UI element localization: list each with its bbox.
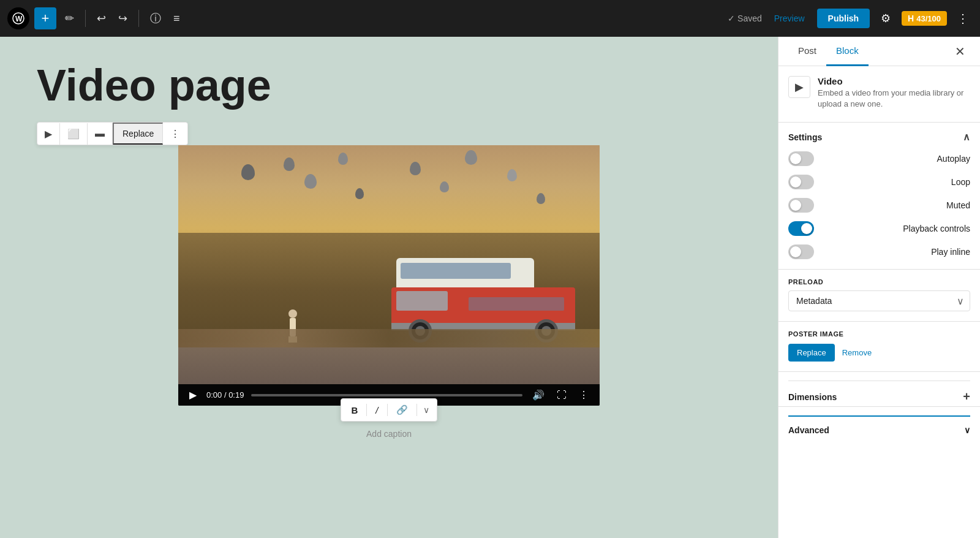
video-wrapper: ▶ 0:00 / 0:19 🔊 ⛶ ⋮ B / 🔗: [178, 145, 600, 439]
format-toolbar: B / 🔗 ∨: [341, 398, 437, 422]
settings-button[interactable]: ⚙: [876, 8, 895, 29]
settings-collapse-button[interactable]: ∧: [963, 131, 970, 143]
muted-row: Muted: [788, 198, 970, 213]
pencil-icon: ✏: [65, 12, 74, 25]
muted-knob: [790, 200, 801, 211]
balloon-10: [537, 193, 545, 204]
autoplay-toggle[interactable]: [788, 151, 814, 166]
info-button[interactable]: ⓘ: [146, 7, 165, 29]
align-none-button[interactable]: ⬜: [60, 123, 88, 145]
playback-row: Playback controls: [788, 221, 970, 236]
advanced-header[interactable]: Advanced ∨: [788, 425, 970, 435]
fmt-divider-3: [417, 404, 417, 416]
video-view-button[interactable]: ▶: [37, 123, 60, 145]
bold-button[interactable]: B: [346, 402, 363, 419]
redo-button[interactable]: ↪: [115, 8, 131, 29]
tab-block[interactable]: Block: [826, 37, 869, 66]
dimensions-label: Dimensions: [788, 392, 837, 402]
list-view-button[interactable]: ≡: [170, 9, 184, 29]
loop-knob: [790, 176, 801, 188]
more-options-button[interactable]: ⋮: [953, 7, 973, 29]
list-icon: ≡: [173, 12, 180, 25]
score-badge: H 43/100: [902, 11, 947, 26]
block-info: ▶ Video Embed a video from your media li…: [788, 76, 970, 110]
poster-buttons: Replace Remove: [788, 344, 970, 362]
undo-icon: ↩: [97, 12, 106, 25]
redo-icon: ↪: [118, 12, 127, 25]
play-inline-row: Play inline: [788, 244, 970, 259]
sidebar-divider-5: [778, 406, 980, 407]
advanced-chevron-icon: ∨: [964, 425, 970, 435]
page-title[interactable]: Video page: [37, 61, 271, 110]
loop-toggle[interactable]: [788, 175, 814, 189]
mountains: [178, 329, 600, 347]
poster-remove-button[interactable]: Remove: [840, 344, 874, 362]
sidebar-divider-4: [778, 371, 980, 372]
muted-label: Muted: [946, 200, 970, 210]
edit-mode-button[interactable]: ✏: [61, 8, 78, 29]
main-layout: Video page ▶ ⬜ ▬ Replace ⋮: [0, 37, 980, 538]
play-inline-label: Play inline: [931, 247, 970, 257]
balloon-7: [440, 181, 449, 192]
dimensions-expand-icon: +: [963, 390, 970, 404]
fmt-divider-1: [366, 404, 367, 416]
progress-bar[interactable]: [251, 394, 522, 396]
toolbar-divider-2: [138, 10, 139, 27]
block-meta: Video Embed a video from your media libr…: [818, 76, 970, 110]
play-inline-toggle[interactable]: [788, 244, 814, 259]
add-block-button[interactable]: +: [34, 7, 56, 29]
wp-logo-icon[interactable]: W: [7, 7, 29, 29]
info-icon: ⓘ: [150, 11, 161, 26]
preload-section: PRELOAD None Metadata Auto ∨: [788, 278, 970, 311]
sidebar: Post Block ✕ ▶ Video Embed a video from …: [778, 37, 980, 538]
italic-button[interactable]: /: [371, 402, 383, 419]
align-center-button[interactable]: ▬: [88, 123, 113, 144]
preview-button[interactable]: Preview: [768, 10, 811, 27]
poster-replace-button[interactable]: Replace: [788, 344, 835, 362]
block-toolbar: ▶ ⬜ ▬ Replace ⋮: [37, 122, 188, 145]
balloon-5: [355, 188, 364, 199]
loop-row: Loop: [788, 175, 970, 189]
block-description: Embed a video from your media library or…: [818, 88, 970, 110]
format-more-button[interactable]: ∨: [421, 403, 432, 417]
playback-toggle[interactable]: [788, 221, 814, 236]
volume-button[interactable]: 🔊: [530, 388, 547, 402]
undo-button[interactable]: ↩: [93, 8, 110, 29]
block-type-icon: ▶: [788, 76, 810, 98]
video-player[interactable]: ▶ 0:00 / 0:19 🔊 ⛶ ⋮: [178, 145, 600, 406]
tab-post[interactable]: Post: [788, 37, 826, 66]
more-video-button[interactable]: ⋮: [576, 388, 591, 402]
close-sidebar-button[interactable]: ✕: [950, 37, 970, 66]
balloon-8: [465, 150, 477, 165]
preload-select[interactable]: None Metadata Auto: [788, 290, 970, 311]
saved-status: ✓ Saved: [728, 13, 762, 23]
time-display: 0:00 / 0:19: [206, 390, 244, 400]
dimensions-section: Dimensions +: [788, 381, 970, 404]
settings-header: Settings ∧: [788, 131, 970, 143]
muted-toggle[interactable]: [788, 198, 814, 213]
settings-label: Settings: [788, 132, 822, 142]
advanced-label: Advanced: [788, 425, 829, 435]
sidebar-divider-3: [778, 321, 980, 322]
playback-label: Playback controls: [903, 224, 970, 233]
play-button[interactable]: ▶: [187, 388, 199, 402]
balloon-2: [284, 157, 295, 171]
replace-button[interactable]: Replace: [113, 123, 163, 145]
advanced-section: Advanced ∨: [788, 415, 970, 435]
loop-label: Loop: [951, 177, 970, 187]
sidebar-content: ▶ Video Embed a video from your media li…: [778, 66, 980, 538]
svg-text:W: W: [15, 15, 23, 23]
play-inline-knob: [790, 246, 801, 257]
dimensions-header[interactable]: Dimensions +: [788, 390, 970, 404]
video-scene: [178, 145, 600, 384]
fmt-divider-2: [387, 404, 388, 416]
sidebar-divider-2: [778, 269, 980, 270]
link-button[interactable]: 🔗: [391, 401, 413, 419]
block-name: Video: [818, 76, 970, 86]
publish-button[interactable]: Publish: [817, 9, 870, 28]
editor-area: Video page ▶ ⬜ ▬ Replace ⋮: [0, 37, 778, 538]
caption-placeholder[interactable]: Add caption: [178, 429, 600, 439]
block-more-button[interactable]: ⋮: [163, 123, 187, 145]
checkmark-icon: ✓: [728, 13, 735, 23]
fullscreen-button[interactable]: ⛶: [554, 388, 569, 402]
